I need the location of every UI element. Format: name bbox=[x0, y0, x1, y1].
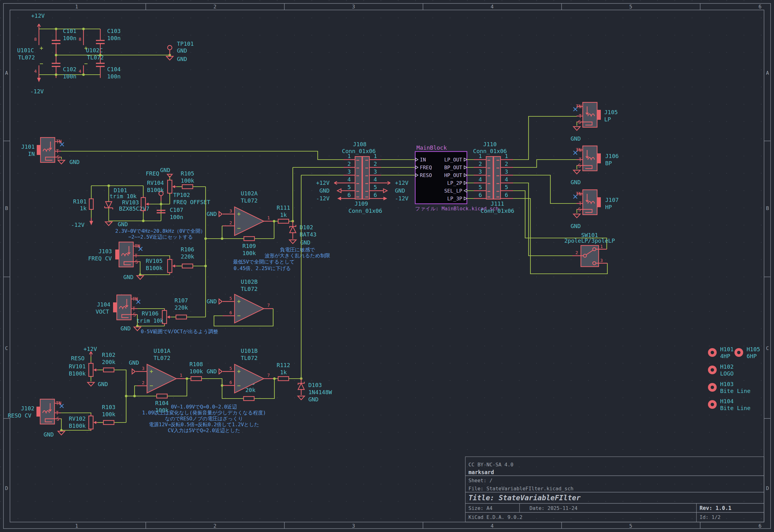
c102-ref[interactable]: C102 bbox=[63, 66, 76, 72]
sheet-pin-hpout[interactable]: HP_OUT bbox=[444, 172, 462, 178]
d102-value[interactable]: BAT43 bbox=[300, 231, 317, 238]
d103-gnd[interactable]: GND bbox=[308, 396, 319, 403]
j103-ref[interactable]: J103 bbox=[98, 248, 112, 254]
tp101-value[interactable]: GND bbox=[177, 47, 187, 54]
u101b-ref[interactable]: U101B bbox=[241, 348, 258, 354]
tb-tool[interactable]: KiCad E.D.A. 9.0.2 bbox=[468, 514, 522, 520]
schematic-sheet[interactable]: 1 2 3 4 5 6 1 2 3 4 5 6 A B C D A B C D … bbox=[0, 0, 774, 532]
r109-value[interactable]: 100k bbox=[242, 250, 256, 256]
u102b-value[interactable]: TL072 bbox=[241, 286, 258, 292]
d103-value[interactable]: 1N4148W bbox=[308, 389, 332, 395]
u101c-value[interactable]: TL072 bbox=[18, 54, 35, 61]
u102a-ref[interactable]: U102A bbox=[241, 190, 258, 197]
tb-sheet[interactable]: Sheet: / bbox=[468, 478, 492, 483]
j111-ref[interactable]: J111 bbox=[490, 200, 504, 207]
h104-value[interactable]: Bite Line bbox=[720, 405, 751, 411]
freq-net-label[interactable]: FREQ bbox=[146, 170, 159, 177]
c104-value[interactable]: 100n bbox=[107, 73, 120, 80]
j105-ref[interactable]: J105 bbox=[604, 109, 618, 115]
j109-gnd[interactable]: GND bbox=[395, 187, 405, 194]
j109-n12[interactable]: -12V bbox=[395, 195, 409, 202]
u102b-gnd[interactable]: GND bbox=[207, 298, 217, 305]
c107-ref[interactable]: C107 bbox=[170, 207, 183, 213]
r111-ref[interactable]: R111 bbox=[277, 204, 290, 211]
tb-company[interactable]: marksard bbox=[468, 469, 494, 475]
rv103-value[interactable]: trim 10k bbox=[110, 193, 137, 199]
tp101-gnd[interactable]: GND bbox=[177, 56, 187, 62]
d101-ref[interactable]: D101 bbox=[114, 187, 127, 194]
sheet-pin-sellp[interactable]: SEL_LP bbox=[444, 188, 462, 194]
j102-value[interactable]: RESO CV bbox=[8, 412, 31, 419]
j107-gnd[interactable]: GND bbox=[570, 223, 581, 229]
sheet-name[interactable]: MainBlock bbox=[416, 144, 447, 151]
j108-gnd[interactable]: GND bbox=[319, 187, 330, 194]
j111-value[interactable]: Conn_01x06 bbox=[481, 208, 514, 214]
h104-ref[interactable]: H104 bbox=[720, 398, 734, 404]
d103-ref[interactable]: D103 bbox=[308, 382, 322, 388]
j104-value[interactable]: VOCT bbox=[96, 308, 109, 315]
sheet-pin-freq[interactable]: FREQ bbox=[420, 165, 432, 170]
j104-ref[interactable]: J104 bbox=[97, 301, 110, 308]
r108-value[interactable]: 100k bbox=[189, 368, 203, 375]
sheet-pin-lp2p[interactable]: LP_2P bbox=[447, 180, 462, 186]
rv101-value[interactable]: B100k bbox=[69, 370, 86, 377]
kicad-schematic-canvas[interactable]: 1 2 3 4 5 6 1 2 3 4 5 6 A B C D A B C D … bbox=[0, 0, 774, 532]
j108-value[interactable]: Conn_01x06 bbox=[342, 148, 376, 154]
tp102-ref[interactable]: TP102 bbox=[173, 192, 190, 198]
tb-date[interactable]: Date: 2025-11-24 bbox=[529, 505, 577, 511]
rv102-ref[interactable]: RV102 bbox=[69, 415, 86, 422]
j108-n12[interactable]: -12V bbox=[316, 195, 330, 202]
u101a-value[interactable]: TL072 bbox=[153, 355, 170, 361]
rv106-value[interactable]: trim 10k bbox=[136, 317, 163, 324]
j108-p12[interactable]: +12V bbox=[316, 180, 330, 186]
j110-value[interactable]: Conn_01x06 bbox=[473, 148, 507, 154]
r108-ref[interactable]: R108 bbox=[189, 361, 203, 367]
r105-value[interactable]: 100k bbox=[180, 177, 195, 184]
j109-value[interactable]: Conn_01x06 bbox=[349, 208, 382, 214]
j110-ref[interactable]: J110 bbox=[483, 141, 496, 147]
u102a-gnd[interactable]: GND bbox=[207, 211, 217, 217]
rv104-gnd-label[interactable]: GND bbox=[160, 167, 170, 173]
rv101-ref[interactable]: RV101 bbox=[69, 363, 86, 370]
u101b-gnd[interactable]: GND bbox=[207, 368, 217, 375]
reso-net-label[interactable]: RESO bbox=[71, 355, 84, 362]
tb-rev[interactable]: Rev: 1.0.1 bbox=[700, 505, 731, 511]
c103-ref[interactable]: C103 bbox=[107, 28, 120, 34]
rv105-ref[interactable]: RV105 bbox=[146, 258, 162, 264]
r109-ref[interactable]: R109 bbox=[242, 243, 256, 249]
rv103-ref[interactable]: RV103 bbox=[122, 199, 139, 206]
c103-value[interactable]: 100n bbox=[107, 35, 120, 41]
r102-ref[interactable]: R102 bbox=[102, 352, 115, 358]
c102-value[interactable]: 100n bbox=[63, 73, 76, 80]
c101-value[interactable]: 100n bbox=[63, 35, 76, 41]
h102-ref[interactable]: H102 bbox=[720, 363, 734, 370]
rv104-ref[interactable]: RV104 bbox=[147, 180, 164, 186]
tp101-ref[interactable]: TP101 bbox=[177, 40, 194, 47]
j101-ref[interactable]: J101 bbox=[21, 143, 35, 150]
h103-ref[interactable]: H103 bbox=[720, 381, 734, 387]
j102-ref[interactable]: J102 bbox=[21, 405, 34, 412]
h102-value[interactable]: LOGO bbox=[720, 370, 734, 377]
r105-ref[interactable]: R105 bbox=[180, 170, 194, 177]
sheet-pin-lp3p[interactable]: LP_3P bbox=[447, 196, 462, 202]
u102b-ref[interactable]: U102B bbox=[241, 278, 258, 285]
j101-gnd[interactable]: GND bbox=[69, 159, 80, 165]
u101c-ref[interactable]: U101C bbox=[17, 47, 34, 54]
p12-label[interactable]: +12V bbox=[31, 12, 45, 19]
h101-value[interactable]: 4HP bbox=[720, 353, 730, 359]
rv106-ref[interactable]: RV106 bbox=[142, 310, 158, 317]
reso-p12[interactable]: +12V bbox=[83, 346, 97, 352]
r106-ref[interactable]: R106 bbox=[180, 246, 194, 253]
sheet-pin-reso[interactable]: RESO bbox=[420, 172, 432, 178]
r104-ref[interactable]: R104 bbox=[155, 400, 168, 406]
r111-value[interactable]: 1k bbox=[280, 212, 287, 218]
tb-id[interactable]: Id: 1/2 bbox=[700, 514, 720, 520]
j108-ref[interactable]: J108 bbox=[353, 141, 366, 147]
j101-value[interactable]: IN bbox=[28, 151, 35, 157]
r103-ref[interactable]: R103 bbox=[102, 404, 115, 410]
sheet-pin-bpout[interactable]: BP_OUT bbox=[444, 165, 462, 170]
rv104-value[interactable]: B100k bbox=[147, 187, 164, 193]
tp102-value[interactable]: FREQ OFFSET bbox=[173, 199, 210, 205]
sheet-pin-in[interactable]: IN bbox=[420, 157, 426, 163]
r103-value[interactable]: 100k bbox=[102, 411, 115, 418]
